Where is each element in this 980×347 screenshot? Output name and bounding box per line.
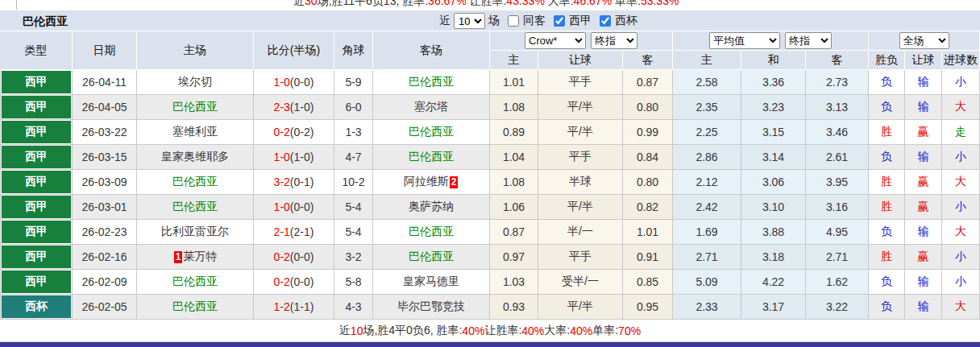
goals-result-cell: 大 <box>942 220 980 245</box>
table-header: 类型 日期 主场 比分(半场) 角球 客场 Crow* 终指 平均值 终指 全场… <box>0 31 980 70</box>
liga-filter-checkbox[interactable] <box>554 15 565 27</box>
match-type-cell: 西杯 <box>0 295 73 320</box>
asian-home-odds-cell: 1.08 <box>490 95 538 120</box>
summary-segment: 36.67% <box>428 0 466 7</box>
team-name-link[interactable]: 巴伦西亚 <box>409 150 454 164</box>
asian-away-odds-cell: 0.91 <box>623 245 673 270</box>
col-header-home: 主场 <box>137 31 254 70</box>
goals-result-cell: 大 <box>942 95 980 120</box>
competition-badge: 西甲 <box>2 146 71 168</box>
col-header-handicap-result: 让球 <box>905 51 942 70</box>
europe-time-select[interactable]: 终指 <box>785 32 832 49</box>
table-row: 西甲26-03-22塞维利亚0-2(0-2)1-3巴伦西亚0.89平/半0.99… <box>0 120 980 145</box>
euro-home-odds-cell: 2.42 <box>673 195 741 220</box>
match-date-cell: 26-02-23 <box>73 220 137 245</box>
asian-home-odds-cell: 1.01 <box>490 70 538 95</box>
match-date-cell: 26-04-05 <box>73 95 137 120</box>
home-team-cell: 巴伦西亚 <box>137 270 254 295</box>
handicap-cell: 受半/一 <box>538 270 623 295</box>
team-name-link[interactable]: 阿拉维斯2 <box>404 175 459 189</box>
corners-cell: 5-4 <box>334 220 373 245</box>
europe-mode-select[interactable]: 平均值 <box>709 32 780 49</box>
euro-home-odds-cell: 2.35 <box>673 95 741 120</box>
team-name-link[interactable]: 巴伦西亚 <box>172 275 218 289</box>
score-cell: 1-2(1-1) <box>254 295 334 320</box>
col-header-euro-draw: 和 <box>741 51 806 70</box>
halftime-score: (1-0) <box>290 151 314 163</box>
summary-segment: 40% <box>570 324 592 337</box>
asian-away-odds-cell: 0.95 <box>623 295 673 320</box>
euro-draw-odds-cell: 3.23 <box>741 95 806 120</box>
team-name-link[interactable]: 巴伦西亚 <box>172 200 218 214</box>
home-team-cell: 比利亚雷亚尔 <box>137 220 254 245</box>
summary-segment: 大率: <box>545 0 574 7</box>
same-venue-checkbox[interactable] <box>508 15 519 27</box>
corners-cell: 5-4 <box>334 195 373 220</box>
away-team-cell: 巴伦西亚 <box>373 120 490 145</box>
table-row: 西甲26-02-09巴伦西亚0-2(0-0)5-8皇家马德里1.03受半/一0.… <box>0 270 980 295</box>
corners-cell: 5-9 <box>334 70 373 95</box>
handicap-result-cell: 赢 <box>905 245 942 270</box>
team-name-link[interactable]: 奥萨苏纳 <box>409 200 454 214</box>
verdict-text: 小 <box>955 150 966 164</box>
col-header-date: 日期 <box>73 31 137 70</box>
match-count-select[interactable]: 10 <box>454 13 485 29</box>
team-name-link[interactable]: 巴伦西亚 <box>172 299 218 314</box>
away-team-cell: 阿拉维斯2 <box>373 170 490 195</box>
team-name-link[interactable]: 比利亚雷亚尔 <box>161 225 229 239</box>
verdict-text: 负 <box>881 150 892 164</box>
result-cell: 负 <box>869 95 905 120</box>
score-cell: 0-2(0-0) <box>254 245 334 270</box>
goals-result-cell: 小 <box>942 195 980 220</box>
fulltime-score: 3-2 <box>274 176 290 188</box>
scope-select[interactable]: 全场 <box>899 32 949 49</box>
verdict-text: 小 <box>955 275 966 289</box>
verdict-text: 输 <box>918 275 929 289</box>
fulltime-score: 1-2 <box>274 300 290 313</box>
team-name-link[interactable]: 巴伦西亚 <box>409 225 454 239</box>
handicap-result-cell: 赢 <box>905 195 942 220</box>
halftime-score: (0-0) <box>290 275 314 288</box>
same-venue-label: 同客 <box>523 14 546 28</box>
verdict-text: 小 <box>955 75 966 89</box>
verdict-text: 输 <box>918 100 929 114</box>
result-cell: 负 <box>869 295 905 320</box>
verdict-text: 胜 <box>881 250 892 264</box>
team-name-link[interactable]: 皇家奥维耶多 <box>161 150 229 164</box>
asian-away-odds-cell: 1.01 <box>623 220 673 245</box>
result-cell: 胜 <box>869 195 905 220</box>
cup-filter-checkbox[interactable] <box>600 15 611 27</box>
euro-home-odds-cell: 2.33 <box>673 295 741 320</box>
team-name-link[interactable]: 巴伦西亚 <box>172 175 218 189</box>
team-name-link[interactable]: 毕尔巴鄂竞技 <box>397 299 465 314</box>
summary-segment: 10 <box>351 324 363 337</box>
team-name-link[interactable]: 塞尔塔 <box>414 100 448 114</box>
team-name-link[interactable]: 巴伦西亚 <box>409 75 454 89</box>
team-name-link[interactable]: 巴伦西亚 <box>409 125 454 139</box>
home-team-cell: 塞维利亚 <box>137 120 254 145</box>
asian-away-odds-cell: 0.99 <box>623 120 673 145</box>
score-cell: 1-0(0-0) <box>254 195 334 220</box>
team-name-link[interactable]: 1莱万特 <box>173 250 218 264</box>
halftime-score: (0-0) <box>290 200 314 213</box>
team-name-link[interactable]: 皇家马德里 <box>403 275 459 289</box>
asian-away-odds-cell: 0.87 <box>623 70 673 95</box>
team-name-link[interactable]: 塞维利亚 <box>172 125 218 139</box>
col-header-corner: 角球 <box>334 31 373 70</box>
match-type-cell: 西甲 <box>0 145 73 170</box>
result-cell: 负 <box>869 145 905 170</box>
verdict-text: 赢 <box>918 200 929 214</box>
match-type-cell: 西甲 <box>0 220 73 245</box>
halftime-score: (1-1) <box>290 300 314 313</box>
handicap-result-cell: 赢 <box>905 170 942 195</box>
clipped-previous-summary: 近30场,胜11平6负13, 胜率:36.67% 让胜率:43.33% 大率:4… <box>0 0 980 10</box>
team-name-link[interactable]: 巴伦西亚 <box>172 100 218 114</box>
scope-selector-group: 全场 <box>869 31 980 51</box>
odds-source-select[interactable]: Crow* <box>525 32 586 49</box>
odds-time-select[interactable]: 终指 <box>591 32 637 49</box>
matches-label: 场 <box>488 14 500 28</box>
team-name-link[interactable]: 巴伦西亚 <box>409 250 454 264</box>
summary-segment: 场,胜11平6负13, 胜率: <box>318 0 428 7</box>
summary-segment: 40% <box>521 324 544 337</box>
team-name-link[interactable]: 埃尔切 <box>178 75 212 89</box>
